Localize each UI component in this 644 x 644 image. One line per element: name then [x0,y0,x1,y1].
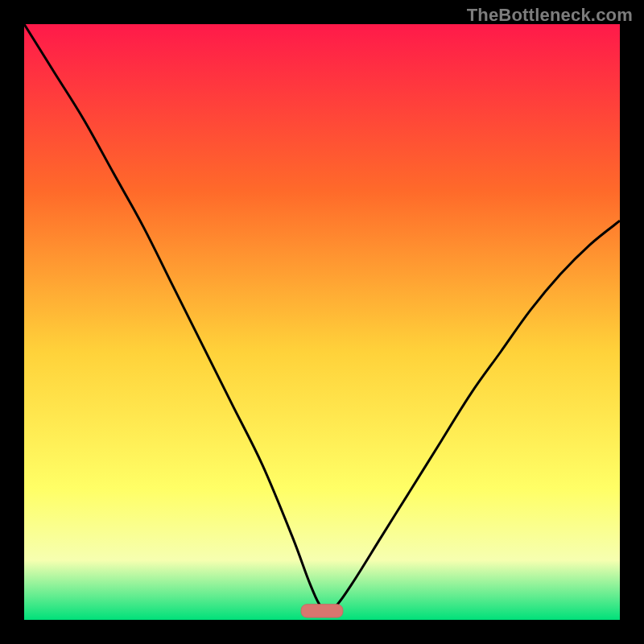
watermark-text: TheBottleneck.com [467,5,633,26]
chart-svg [24,24,620,620]
plot-area [24,24,620,620]
gradient-background [24,24,620,620]
optimal-marker [301,605,343,617]
chart-frame: TheBottleneck.com [0,0,644,644]
